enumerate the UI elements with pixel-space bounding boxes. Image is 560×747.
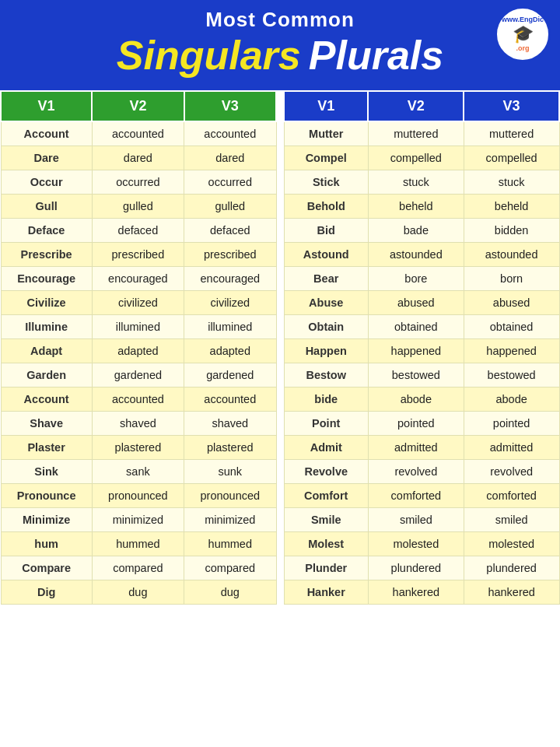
left-cell-2-0: Occur — [1, 170, 92, 195]
table-row: Sinksanksunk — [1, 460, 276, 484]
right-cell-15-2: comforted — [464, 484, 559, 508]
left-cell-15-1: pronounced — [92, 484, 184, 508]
table-row: Astoundastoundedastounded — [284, 243, 559, 267]
right-col-v2: V2 — [368, 91, 464, 121]
left-cell-7-2: civilized — [184, 291, 276, 315]
right-cell-4-2: bidden — [464, 219, 559, 243]
left-cell-18-0: Compare — [1, 556, 92, 580]
left-cell-2-2: occurred — [184, 170, 276, 195]
right-cell-0-1: muttered — [368, 121, 464, 146]
header: Most Common Singulars Plurals www.EngDic… — [0, 0, 560, 90]
logo-text-line1: www.EngDic — [502, 16, 544, 24]
table-row: Pointpointedpointed — [284, 412, 559, 436]
right-cell-7-2: abused — [464, 291, 559, 315]
right-cell-3-0: Behold — [284, 195, 368, 219]
table-row: Defacedefaceddefaced — [1, 219, 276, 243]
table-row: Beholdbeheldbeheld — [284, 195, 559, 219]
table-row: Occuroccurredoccurred — [1, 170, 276, 195]
left-cell-19-0: Dig — [1, 580, 92, 605]
left-cell-8-1: illumined — [92, 315, 184, 339]
right-cell-6-1: bore — [368, 267, 464, 291]
left-cell-8-2: illumined — [184, 315, 276, 339]
table-row: Daredareddared — [1, 146, 276, 170]
table-row: humhummedhummed — [1, 532, 276, 556]
left-cell-7-1: civilized — [92, 291, 184, 315]
left-cell-18-2: compared — [184, 556, 276, 580]
right-table: V1 V2 V3 MuttermutteredmutteredCompelcom… — [283, 90, 560, 605]
table-row: Digdugdug — [1, 580, 276, 605]
right-cell-3-2: beheld — [464, 195, 559, 219]
left-cell-0-0: Account — [1, 121, 92, 146]
left-cell-10-0: Garden — [1, 363, 92, 388]
right-cell-0-0: Mutter — [284, 121, 368, 146]
left-cell-9-1: adapted — [92, 339, 184, 363]
left-cell-5-2: prescribed — [184, 243, 276, 267]
table-row: Smilesmiledsmiled — [284, 508, 559, 532]
table-row: Molestmolestedmolested — [284, 532, 559, 556]
right-cell-18-1: plundered — [368, 556, 464, 580]
left-cell-6-0: Encourage — [1, 267, 92, 291]
right-cell-16-0: Smile — [284, 508, 368, 532]
logo-icon: 🎓 — [513, 24, 534, 44]
right-col-v3: V3 — [464, 91, 559, 121]
table-row: Revolverevolvedrevolved — [284, 460, 559, 484]
left-table-section: V1 V2 V3 AccountaccountedaccountedDareda… — [0, 90, 277, 605]
table-row: Plunderplunderedplundered — [284, 556, 559, 580]
right-cell-2-1: stuck — [368, 170, 464, 195]
table-row: Minimizeminimizedminimized — [1, 508, 276, 532]
left-cell-18-1: compared — [92, 556, 184, 580]
right-cell-13-1: admitted — [368, 436, 464, 460]
table-row: Accountaccountedaccounted — [1, 121, 276, 146]
right-cell-7-0: Abuse — [284, 291, 368, 315]
right-cell-1-1: compelled — [368, 146, 464, 170]
right-cell-17-2: molested — [464, 532, 559, 556]
table-row: Illumineilluminedillumined — [1, 315, 276, 339]
right-cell-16-1: smiled — [368, 508, 464, 532]
right-cell-8-0: Obtain — [284, 315, 368, 339]
table-row: Encourageencouragedencouraged — [1, 267, 276, 291]
left-cell-14-1: sank — [92, 460, 184, 484]
right-cell-13-0: Admit — [284, 436, 368, 460]
left-cell-19-1: dug — [92, 580, 184, 605]
right-cell-3-1: beheld — [368, 195, 464, 219]
plurals-label: Plurals — [309, 32, 443, 79]
left-cell-13-1: plastered — [92, 436, 184, 460]
left-cell-15-2: pronounced — [184, 484, 276, 508]
right-cell-18-0: Plunder — [284, 556, 368, 580]
table-divider — [277, 90, 283, 605]
left-cell-12-1: shaved — [92, 412, 184, 436]
left-cell-6-2: encouraged — [184, 267, 276, 291]
right-cell-1-0: Compel — [284, 146, 368, 170]
right-cell-11-0: bide — [284, 388, 368, 412]
right-cell-14-2: revolved — [464, 460, 559, 484]
right-cell-12-1: pointed — [368, 412, 464, 436]
right-cell-2-0: Stick — [284, 170, 368, 195]
right-cell-19-1: hankered — [368, 580, 464, 605]
table-row: Prescribeprescribedprescribed — [1, 243, 276, 267]
left-table: V1 V2 V3 AccountaccountedaccountedDareda… — [0, 90, 277, 605]
right-cell-11-2: abode — [464, 388, 559, 412]
right-cell-17-0: Molest — [284, 532, 368, 556]
left-col-v1: V1 — [1, 91, 92, 121]
left-cell-16-2: minimized — [184, 508, 276, 532]
left-cell-19-2: dug — [184, 580, 276, 605]
right-cell-8-2: obtained — [464, 315, 559, 339]
right-cell-15-1: comforted — [368, 484, 464, 508]
right-cell-7-1: abused — [368, 291, 464, 315]
right-cell-4-1: bade — [368, 219, 464, 243]
right-cell-16-2: smiled — [464, 508, 559, 532]
left-cell-4-0: Deface — [1, 219, 92, 243]
right-cell-19-0: Hanker — [284, 580, 368, 605]
singulars-label: Singulars — [117, 32, 301, 79]
left-cell-3-0: Gull — [1, 195, 92, 219]
left-cell-12-0: Shave — [1, 412, 92, 436]
left-cell-2-1: occurred — [92, 170, 184, 195]
left-cell-11-0: Account — [1, 388, 92, 412]
right-cell-13-2: admitted — [464, 436, 559, 460]
left-cell-0-2: accounted — [184, 121, 276, 146]
table-row: Bestowbestowedbestowed — [284, 363, 559, 388]
right-cell-0-2: muttered — [464, 121, 559, 146]
table-row: Muttermutteredmuttered — [284, 121, 559, 146]
table-row: Adaptadaptedadapted — [1, 339, 276, 363]
left-cell-3-1: gulled — [92, 195, 184, 219]
